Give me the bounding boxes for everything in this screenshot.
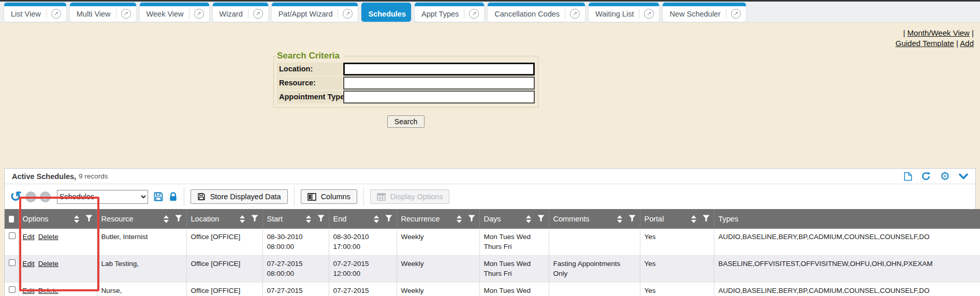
row-checkbox[interactable] [9,259,16,266]
column-label: Start [267,215,283,223]
cell-recurrence: Weekly [397,282,479,296]
external-link-icon[interactable]: ↗ [116,9,131,19]
column-header-comments: Comments [549,209,640,229]
refresh-icon[interactable] [921,171,931,181]
settings-gear-icon[interactable]: ⚙ [940,171,950,182]
view-select[interactable]: Schedules [57,190,148,204]
filter-funnel-icon[interactable] [317,215,325,224]
tab-week-view[interactable]: Week View↗ [140,3,209,22]
pipe-separator: | [956,39,958,48]
cell-location: Office [OFFICE] [186,255,262,282]
location-input[interactable] [343,63,535,76]
filter-funnel-icon[interactable] [251,215,258,224]
next-view-icon[interactable]: › [40,191,51,202]
header-links-line2: Guided Template | Add [0,38,974,49]
table-row: EditDeleteNurse,Office [OFFICE]07-27-201… [5,282,980,296]
collapse-chevron-icon[interactable] [959,173,968,180]
appointment-type-input[interactable] [343,91,535,103]
save-view-icon[interactable] [153,191,164,202]
store-displayed-data-button[interactable]: Store Displayed Data [191,189,288,204]
filter-funnel-icon[interactable] [85,215,93,224]
select-all-checkbox[interactable] [9,216,14,223]
cell-end: 07-27-2015 12:00:00 [329,255,397,282]
column-label: Comments [553,215,590,223]
arrow-up-right-icon: ↗ [469,9,479,19]
filter-funnel-icon[interactable] [628,215,636,224]
sort-icon[interactable] [457,215,462,223]
panel-header-icons: ⚙ [904,171,968,182]
external-link-icon[interactable]: ↗ [565,9,580,19]
search-button[interactable]: Search [387,115,425,128]
sort-icon[interactable] [526,215,531,223]
external-link-icon[interactable]: ↗ [726,9,741,19]
external-link-icon[interactable]: ↗ [639,9,654,19]
sort-icon[interactable] [306,215,311,223]
column-label: Days [484,215,501,223]
cell-options: EditDelete [18,255,97,282]
undo-icon[interactable]: ↺ [10,190,22,204]
table-row: EditDeleteLab Testing,Office [OFFICE]07-… [5,255,980,282]
add-link[interactable]: Add [960,39,974,48]
grid-toolbar: ↺ ‹ › Schedules Store Displayed Data Col… [5,184,975,209]
month-week-view-link[interactable]: Month/Week View [908,28,970,37]
column-label: Types [719,215,739,223]
column-header-options: Options [18,209,97,229]
tab-pat-appt-wizard[interactable]: Pat/Appt Wizard↗ [272,3,358,22]
guided-template-link[interactable]: Guided Template [896,39,954,48]
sort-icon[interactable] [617,215,622,223]
previous-view-icon[interactable]: ‹ [25,191,36,202]
record-count: 9 records [79,172,108,180]
tab-multi-view[interactable]: Multi View↗ [70,3,136,22]
tab-list-view[interactable]: List View↗ [4,3,66,22]
filter-funnel-icon[interactable] [385,215,392,224]
sort-icon[interactable] [74,215,79,223]
cell-portal: Yes [640,255,714,282]
column-label: Portal [645,215,664,223]
resource-input[interactable] [343,77,535,90]
delete-link[interactable]: Delete [38,233,58,241]
external-link-icon[interactable]: ↗ [248,9,263,19]
edit-link[interactable]: Edit [23,233,35,241]
tab-new-scheduler[interactable]: New Scheduler↗ [663,3,745,22]
delete-link[interactable]: Delete [38,287,58,294]
tab-waiting-list[interactable]: Waiting List↗ [589,3,659,22]
cell-options: EditDelete [18,229,97,255]
lock-view-icon[interactable] [169,192,178,202]
edit-link[interactable]: Edit [23,287,35,294]
sort-icon[interactable] [691,215,696,223]
arrow-up-right-icon: ↗ [570,9,580,19]
filter-funnel-icon[interactable] [537,215,545,224]
appointment-type-label: Appointment Type: [277,91,342,103]
cell-comments: Fasting Appointments Only [549,255,640,282]
delete-link[interactable]: Delete [38,260,58,268]
row-checkbox[interactable] [9,232,16,239]
sort-icon[interactable] [374,215,379,223]
schedules-table: OptionsResourceLocationStartEndRecurrenc… [5,209,980,296]
external-link-icon[interactable]: ↗ [338,9,353,19]
filter-funnel-icon[interactable] [175,215,182,224]
filter-funnel-icon[interactable] [703,215,710,224]
tab-label: Wizard [220,10,243,18]
tab-label: List View [11,10,41,18]
sort-icon[interactable] [240,215,245,223]
cell-days: Mon Tues Wed Thurs Fri [479,229,549,255]
new-document-icon[interactable] [904,172,912,181]
edit-link[interactable]: Edit [23,260,35,268]
column-header-select [5,209,18,229]
cell-types: AUDIO,BASELINE,BERY,BP,CADMIUM,COUNSEL,C… [714,229,980,255]
tab-appt-types[interactable]: Appt Types↗ [415,3,484,22]
cell-comments [549,229,640,255]
sort-icon[interactable] [164,215,169,223]
column-header-days: Days [479,209,549,229]
row-checkbox[interactable] [9,286,16,293]
filter-funnel-icon[interactable] [468,215,475,224]
external-link-icon[interactable]: ↗ [464,9,479,19]
tab-wizard[interactable]: Wizard↗ [213,3,268,22]
columns-label: Columns [321,193,350,201]
columns-button[interactable]: Columns [301,189,357,204]
external-link-icon[interactable]: ↗ [46,9,61,19]
tab-cancellation-codes[interactable]: Cancellation Codes↗ [488,3,585,22]
top-tab-bar: List View↗Multi View↗Week View↗Wizard↗Pa… [0,0,980,23]
external-link-icon[interactable]: ↗ [189,9,204,19]
tab-schedules[interactable]: Schedules [361,3,411,22]
